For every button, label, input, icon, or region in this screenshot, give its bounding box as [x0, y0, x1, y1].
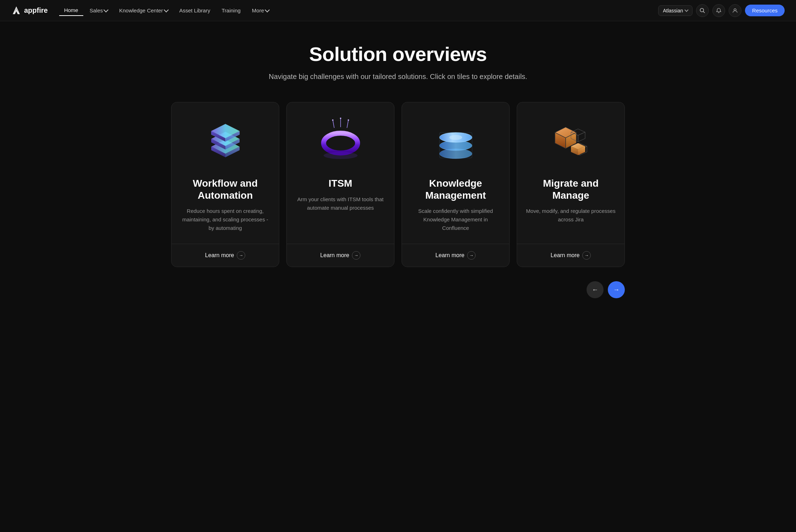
card-icon-itsm: [316, 117, 365, 166]
appfire-logo-icon: [11, 6, 21, 16]
nav-knowledge-center[interactable]: Knowledge Center: [114, 5, 173, 16]
card-migrate-cta[interactable]: Learn more →: [517, 244, 624, 267]
card-migrate-desc: Move, modify, and regulate processes acr…: [526, 207, 616, 232]
svg-point-18: [449, 135, 462, 140]
svg-line-4: [333, 120, 334, 128]
bell-icon: [716, 8, 722, 13]
card-icon-migrate: [546, 117, 596, 166]
arrow-right-icon: →: [237, 251, 245, 260]
svg-line-1: [703, 11, 705, 13]
section-title: Solution overviews: [14, 43, 782, 66]
next-button[interactable]: →: [608, 281, 625, 298]
card-itsm[interactable]: ITSM Arm your clients with ITSM tools th…: [286, 102, 394, 267]
svg-point-10: [333, 140, 348, 147]
card-itsm-desc: Arm your clients with ITSM tools that au…: [295, 195, 386, 221]
card-knowledge[interactable]: Knowledge Management Scale confidently w…: [402, 102, 510, 267]
cards-grid: Workflow and Automation Reduce hours spe…: [171, 102, 625, 267]
card-knowledge-cta[interactable]: Learn more →: [402, 244, 509, 267]
card-migrate[interactable]: Migrate and Manage Move, modify, and reg…: [517, 102, 625, 267]
section-subtitle: Navigate big challenges with our tailore…: [256, 73, 540, 81]
card-icon-workflow: [201, 117, 250, 166]
prev-button[interactable]: ←: [587, 281, 604, 298]
chevron-down-icon: [103, 7, 108, 12]
card-workflow-cta[interactable]: Learn more →: [172, 244, 279, 267]
card-workflow-desc: Reduce hours spent on creating, maintain…: [180, 207, 270, 232]
card-knowledge-desc: Scale confidently with simplified Knowle…: [410, 207, 501, 232]
card-icon-knowledge: [431, 117, 481, 166]
arrow-right-icon: →: [467, 251, 476, 260]
chevron-down-icon: [164, 7, 169, 12]
search-icon: [700, 8, 705, 13]
svg-point-7: [332, 119, 333, 121]
chevron-down-icon: [685, 8, 689, 12]
brand-name: appfire: [24, 6, 48, 15]
arrow-right-icon: →: [352, 251, 360, 260]
card-itsm-title: ITSM: [329, 177, 352, 189]
logo[interactable]: appfire: [11, 6, 48, 16]
nav-sales[interactable]: Sales: [85, 5, 113, 16]
svg-line-5: [347, 120, 348, 128]
user-icon: [732, 8, 738, 13]
user-avatar[interactable]: [729, 4, 741, 17]
nav-training[interactable]: Training: [217, 5, 246, 16]
card-itsm-cta[interactable]: Learn more →: [287, 244, 394, 267]
notifications-button[interactable]: [712, 4, 725, 17]
svg-point-8: [348, 119, 349, 121]
search-button[interactable]: [696, 4, 709, 17]
main-content: Solution overviews Navigate big challeng…: [0, 21, 796, 327]
nav-right: Atlassian Resources: [658, 4, 785, 17]
svg-point-2: [734, 9, 736, 11]
card-migrate-title: Migrate and Manage: [526, 177, 616, 201]
card-workflow[interactable]: Workflow and Automation Reduce hours spe…: [171, 102, 279, 267]
card-workflow-title: Workflow and Automation: [180, 177, 270, 201]
nav-asset-library[interactable]: Asset Library: [174, 5, 215, 16]
arrow-right-icon: →: [582, 251, 591, 260]
nav-home[interactable]: Home: [59, 5, 83, 16]
resources-button[interactable]: Resources: [745, 5, 785, 16]
nav-more[interactable]: More: [247, 5, 274, 16]
svg-point-6: [340, 118, 341, 119]
card-knowledge-title: Knowledge Management: [410, 177, 501, 201]
nav-links: Home Sales Knowledge Center Asset Librar…: [59, 5, 656, 16]
bottom-nav: ← →: [171, 281, 625, 298]
svg-point-11: [324, 152, 358, 159]
atlassian-dropdown[interactable]: Atlassian: [658, 5, 693, 16]
navbar: appfire Home Sales Knowledge Center Asse…: [0, 0, 796, 21]
chevron-down-icon: [265, 7, 270, 12]
